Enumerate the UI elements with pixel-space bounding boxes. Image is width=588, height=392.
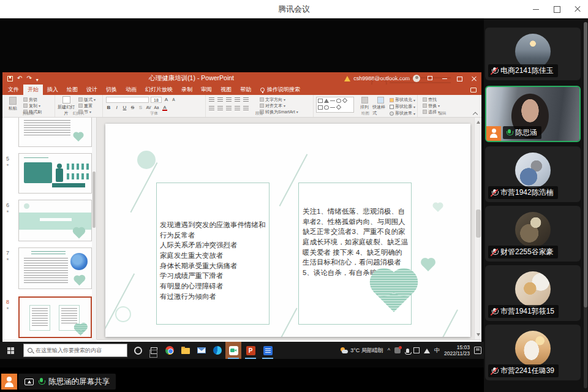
align-right-icon[interactable] bbox=[226, 106, 232, 111]
tell-me-search[interactable]: 操作说明搜索 bbox=[255, 85, 305, 95]
tab-slideshow[interactable]: 幻灯片放映 bbox=[141, 85, 177, 95]
layout-button[interactable]: 版式 bbox=[78, 97, 96, 102]
tab-view[interactable]: 视图 bbox=[216, 85, 236, 95]
cut-button[interactable]: 剪切 bbox=[23, 97, 42, 102]
sidebar-scrollbar-thumb[interactable] bbox=[584, 22, 587, 307]
ppt-minimize-icon[interactable] bbox=[437, 72, 452, 85]
tencent-meeting-icon[interactable] bbox=[225, 342, 241, 359]
tray-network-icon[interactable] bbox=[424, 349, 430, 353]
save-icon[interactable] bbox=[7, 76, 13, 81]
numbering-icon[interactable] bbox=[217, 97, 223, 102]
tab-draw[interactable]: 绘图 bbox=[62, 85, 82, 95]
ribbon-display-icon[interactable] bbox=[423, 72, 437, 85]
chrome-icon[interactable] bbox=[162, 342, 178, 359]
thumbnail-scrollbar-thumb[interactable] bbox=[92, 172, 96, 228]
taskbar-search[interactable] bbox=[23, 344, 127, 357]
tab-review[interactable]: 审阅 bbox=[197, 85, 216, 95]
participant-tile[interactable]: 市营1941郭筱15 bbox=[485, 265, 581, 321]
font-name-input[interactable] bbox=[106, 97, 149, 103]
maximize-icon[interactable] bbox=[546, 0, 567, 18]
powerpoint-icon[interactable]: P bbox=[243, 342, 258, 359]
scroll-down-icon[interactable] bbox=[477, 333, 480, 336]
weather-widget[interactable]: 3°C 局部晴朗 bbox=[340, 347, 383, 355]
participant-tile[interactable]: 市营2241任璐39 bbox=[485, 325, 581, 380]
tray-expand-icon[interactable]: ^ bbox=[388, 347, 390, 353]
thumbnail-slide-6[interactable] bbox=[18, 200, 92, 241]
character-spacing-icon[interactable]: AV bbox=[146, 105, 151, 111]
thumbnail-slide-5[interactable] bbox=[18, 153, 92, 194]
comments-panel-icon[interactable] bbox=[470, 88, 477, 92]
align-text-button[interactable]: 对齐文本 bbox=[260, 103, 298, 108]
start-icon[interactable] bbox=[0, 342, 22, 359]
tab-home[interactable]: 开始 bbox=[23, 85, 43, 95]
action-center-icon[interactable] bbox=[474, 347, 481, 354]
paste-button[interactable]: 粘贴 bbox=[5, 97, 21, 111]
cortana-icon[interactable] bbox=[130, 342, 146, 359]
reset-button[interactable]: 重置 bbox=[78, 103, 96, 108]
ppt-close-icon[interactable] bbox=[467, 72, 481, 85]
edge-icon[interactable] bbox=[209, 342, 225, 359]
slide-scrollbar-thumb[interactable] bbox=[476, 209, 481, 238]
search-input[interactable] bbox=[36, 347, 123, 353]
align-center-icon[interactable] bbox=[217, 106, 223, 111]
tab-design[interactable]: 设计 bbox=[82, 85, 102, 95]
scroll-up-icon[interactable] bbox=[477, 121, 480, 124]
text-direction-button[interactable]: 文字方向 bbox=[260, 97, 298, 102]
arrange-button[interactable]: 排列 bbox=[358, 97, 371, 110]
slide-scrollbar[interactable] bbox=[474, 118, 481, 339]
participant-tile[interactable]: 电商2141陈佳玉 bbox=[485, 28, 581, 80]
participant-tile[interactable]: 财管2255谷家豪 bbox=[485, 206, 581, 262]
align-left-icon[interactable] bbox=[209, 106, 214, 111]
collapse-ribbon-icon[interactable] bbox=[473, 112, 478, 116]
shrink-font-icon[interactable]: A bbox=[171, 97, 176, 103]
increase-indent-icon[interactable] bbox=[235, 97, 240, 102]
columns-icon[interactable] bbox=[243, 106, 249, 111]
tab-transitions[interactable]: 切换 bbox=[102, 85, 121, 95]
copy-button[interactable]: 复制 bbox=[23, 103, 42, 108]
participant-tile-active-speaker[interactable]: 陈思涵 bbox=[485, 86, 581, 142]
grow-font-icon[interactable]: A bbox=[164, 97, 169, 103]
taskbar-clock[interactable]: 15:03 2022/11/23 bbox=[444, 344, 470, 356]
thumbnail-scrollbar[interactable] bbox=[92, 118, 96, 339]
decrease-indent-icon[interactable] bbox=[226, 97, 232, 102]
slide-canvas[interactable]: 发现遭遇到突发的应激事件情绪和行为反常者 人际关系矛盾冲突强烈者 家庭发生重大变… bbox=[105, 124, 470, 337]
thumbnail-slide-8-selected[interactable] bbox=[18, 296, 92, 338]
justify-icon[interactable] bbox=[235, 106, 240, 111]
tab-insert[interactable]: 插入 bbox=[43, 85, 62, 95]
close-icon[interactable] bbox=[567, 0, 588, 18]
sidebar-scrollbar[interactable] bbox=[584, 22, 587, 388]
font-color-icon[interactable]: A bbox=[162, 105, 168, 111]
line-spacing-icon[interactable] bbox=[243, 97, 249, 102]
underline-icon[interactable]: U bbox=[122, 105, 127, 111]
italic-icon[interactable]: I bbox=[114, 105, 119, 111]
change-case-icon[interactable]: Aa bbox=[154, 105, 159, 111]
tray-display-icon[interactable] bbox=[413, 347, 420, 353]
left-textbox[interactable]: 发现遭遇到突发的应激事件情绪和行为反常者 人际关系矛盾冲突强烈者 家庭发生重大变… bbox=[156, 183, 270, 325]
tab-file[interactable]: 文件 bbox=[4, 85, 23, 95]
bold-icon[interactable]: B bbox=[106, 105, 111, 111]
tab-animations[interactable]: 动画 bbox=[121, 85, 141, 95]
ppt-restore-icon[interactable] bbox=[452, 72, 467, 85]
tab-record[interactable]: 录制 bbox=[177, 85, 197, 95]
find-button[interactable]: 查找 bbox=[423, 97, 440, 102]
redo-icon[interactable]: ↷ bbox=[26, 75, 31, 81]
account-area[interactable]: csh9988@outlook.com bbox=[344, 75, 423, 82]
file-explorer-icon[interactable] bbox=[178, 342, 194, 359]
tray-notification-icon[interactable] bbox=[394, 347, 401, 353]
text-shadow-icon[interactable]: S bbox=[138, 105, 143, 111]
participant-tile[interactable]: 市营1942陈浩楠 bbox=[485, 146, 581, 202]
font-size-input[interactable]: 18 bbox=[151, 97, 162, 103]
task-view-icon[interactable] bbox=[146, 342, 162, 359]
ime-indicator[interactable]: 中 bbox=[434, 347, 440, 355]
strikethrough-icon[interactable]: S bbox=[130, 105, 135, 111]
minimize-icon[interactable] bbox=[526, 0, 546, 18]
thumbnail-slide-4[interactable] bbox=[18, 118, 92, 147]
replace-button[interactable]: 替换 bbox=[423, 103, 440, 108]
undo-icon[interactable]: ↶ bbox=[17, 75, 22, 81]
shape-outline-button[interactable]: 形状轮廓 bbox=[390, 104, 415, 110]
bullets-icon[interactable] bbox=[209, 97, 214, 102]
docs-app-icon[interactable] bbox=[260, 342, 276, 359]
tray-mic-icon[interactable] bbox=[406, 349, 409, 353]
shape-fill-button[interactable]: 形状填充 bbox=[390, 97, 415, 103]
screen-share-banner[interactable]: 陈思涵的屏幕共享 bbox=[18, 374, 116, 390]
